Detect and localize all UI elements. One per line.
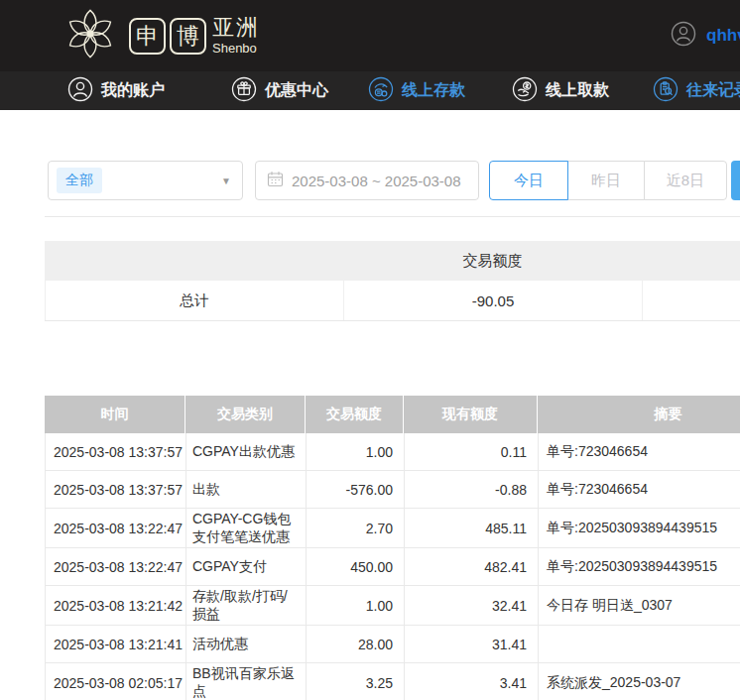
cell-type: 存款/取款/打码/损益 [185, 586, 306, 625]
nav-item-online-withdraw[interactable]: 线上取款 [512, 71, 609, 110]
cell-type: 出款 [185, 471, 306, 508]
cell-amount: 28.00 [306, 626, 404, 662]
logo-char-box-1: 申 [129, 18, 166, 55]
date-range-value: 2025-03-08 ~ 2025-03-08 [292, 173, 461, 189]
summary-table: 交易额度 总计 -90.05 [45, 241, 740, 321]
user-circle-icon [671, 21, 696, 51]
logo-region-text: 亚洲 [212, 17, 260, 39]
cell-time: 2025-03-08 13:21:42 [45, 586, 185, 625]
cell-amount: 2.70 [306, 509, 404, 547]
table-row: 2025-03-08 13:22:47 CGPAY-CG钱包支付笔笔送优惠 2.… [45, 509, 740, 548]
cell-note: 系统派发_2025-03-07 [538, 663, 740, 700]
cell-time: 2025-03-08 02:05:17 [45, 663, 185, 700]
cell-type: 活动优惠 [185, 626, 306, 662]
cell-balance: 32.41 [404, 586, 538, 625]
withdraw-icon [512, 76, 538, 106]
nav-label: 线上取款 [546, 80, 609, 101]
account-icon [67, 76, 93, 106]
records-icon [653, 76, 678, 106]
summary-header-amount: 交易额度 [343, 252, 642, 271]
cell-type: CGPAY出款优惠 [185, 433, 306, 470]
cell-time: 2025-03-08 13:22:47 [45, 548, 185, 585]
table-row: 2025-03-08 02:05:17 BB视讯百家乐返点 3.25 3.41 … [45, 663, 740, 700]
today-button[interactable]: 今日 [489, 161, 568, 200]
summary-total-value: -90.05 [343, 281, 642, 320]
cell-amount: 1.00 [306, 586, 404, 625]
yesterday-button[interactable]: 昨日 [567, 161, 645, 200]
cell-time: 2025-03-08 13:37:57 [45, 471, 185, 508]
nav-label: 我的账户 [101, 80, 165, 101]
logo-char-box-2: 博 [170, 18, 206, 55]
summary-header-row: 交易额度 [45, 241, 740, 281]
cell-note: 单号:723046654 [538, 433, 740, 470]
col-header-type: 交易类别 [185, 396, 306, 433]
cell-note [538, 626, 740, 662]
cell-balance: 485.11 [404, 509, 538, 547]
selected-category-tag: 全部 [57, 168, 102, 193]
cell-type: BB视讯百家乐返点 [185, 663, 306, 700]
nav-label: 往来记录 [686, 80, 740, 101]
nav-label: 优惠中心 [265, 80, 328, 101]
summary-total-label: 总计 [45, 281, 343, 320]
table-row: 2025-03-08 13:37:57 出款 -576.00 -0.88 单号:… [45, 471, 740, 509]
page: 申 博 亚洲 Shenbo qhhv [0, 0, 740, 700]
cell-amount: 3.25 [306, 663, 404, 700]
top-header: 申 博 亚洲 Shenbo qhhv [0, 0, 740, 71]
transactions-table: 时间 交易类别 交易额度 现有额度 摘要 2025-03-08 13:37:57… [45, 396, 740, 700]
cell-amount: -576.00 [306, 471, 404, 508]
user-area: qhhv [671, 0, 740, 71]
caret-down-icon: ▼ [221, 175, 231, 186]
quick-date-buttons: 今日 昨日 近8日 [489, 161, 727, 200]
category-select[interactable]: 全部 ▼ [48, 161, 243, 200]
cell-note: 单号:202503093894439515 [538, 548, 740, 585]
username-link[interactable]: qhhv [706, 26, 740, 46]
cell-balance: 482.41 [404, 548, 538, 585]
nav-item-transaction-records[interactable]: 往来记录 [653, 71, 740, 110]
col-header-time: 时间 [45, 396, 185, 433]
cell-type: CGPAY支付 [185, 548, 306, 585]
summary-total-row: 总计 -90.05 [45, 281, 740, 321]
cell-time: 2025-03-08 13:37:57 [45, 433, 185, 470]
cell-balance: 0.11 [404, 433, 538, 470]
cell-balance: 31.41 [404, 626, 538, 662]
cell-time: 2025-03-08 13:22:47 [45, 509, 185, 547]
cell-note: 单号:202503093894439515 [538, 509, 740, 547]
date-range-picker[interactable]: 2025-03-08 ~ 2025-03-08 [255, 161, 479, 200]
last-8-days-button[interactable]: 近8日 [644, 161, 727, 200]
logo-sub-text: Shenbo [212, 42, 260, 55]
table-row: 2025-03-08 13:21:41 活动优惠 28.00 31.41 [45, 626, 740, 663]
table-row: 2025-03-08 13:37:57 CGPAY出款优惠 1.00 0.11 … [45, 433, 740, 471]
cell-note: 单号:723046654 [538, 471, 740, 508]
gift-icon [231, 76, 257, 106]
table-body: 2025-03-08 13:37:57 CGPAY出款优惠 1.00 0.11 … [45, 433, 740, 700]
nav-item-online-deposit[interactable]: 线上存款 [368, 71, 465, 110]
nav-label: 线上存款 [402, 80, 465, 101]
cell-time: 2025-03-08 13:21:41 [45, 626, 185, 662]
nav-item-my-account[interactable]: 我的账户 [67, 71, 165, 110]
cell-balance: 3.41 [404, 663, 538, 700]
col-header-note: 摘要 [538, 396, 740, 433]
flower-icon [62, 6, 119, 65]
table-row: 2025-03-08 13:21:42 存款/取款/打码/损益 1.00 32.… [45, 586, 740, 626]
main-nav: 我的账户 优惠中心 [0, 71, 740, 110]
cell-amount: 450.00 [306, 548, 404, 585]
summary-empty-cell [642, 281, 740, 320]
section-divider [45, 216, 740, 217]
table-row: 2025-03-08 13:22:47 CGPAY支付 450.00 482.4… [45, 548, 740, 586]
deposit-icon [368, 76, 394, 106]
table-header-row: 时间 交易类别 交易额度 现有额度 摘要 [45, 396, 740, 433]
brand-logo[interactable]: 申 博 亚洲 Shenbo [62, 0, 260, 71]
cell-note: 今日存 明日送_0307 [538, 586, 740, 625]
nav-item-promo-center[interactable]: 优惠中心 [231, 71, 328, 110]
cell-amount: 1.00 [306, 433, 404, 470]
col-header-amount: 交易额度 [306, 396, 404, 433]
cell-type: CGPAY-CG钱包支付笔笔送优惠 [185, 509, 306, 547]
calendar-icon [267, 171, 284, 190]
col-header-balance: 现有额度 [404, 396, 538, 433]
search-button[interactable] [731, 161, 740, 200]
cell-balance: -0.88 [404, 471, 538, 508]
